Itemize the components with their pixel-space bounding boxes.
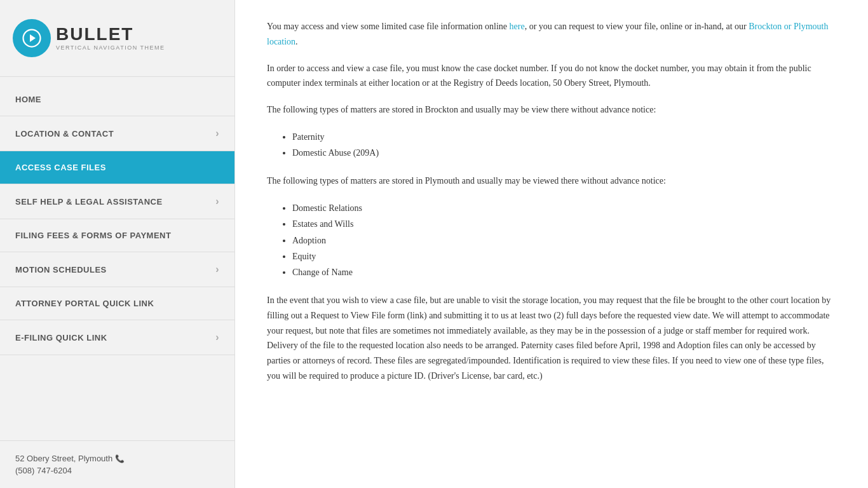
- list-item: Estates and Wills: [292, 216, 836, 232]
- chevron-right-icon-4: ›: [215, 332, 219, 343]
- logo-text: BULLET VERTICAL NAVIGATION THEME: [56, 25, 165, 51]
- para3: The following types of matters are store…: [267, 102, 836, 118]
- chevron-right-icon-3: ›: [215, 264, 219, 275]
- main-content: You may access and view some limited cas…: [235, 0, 868, 488]
- chevron-right-icon: ›: [215, 128, 219, 139]
- brockton-list: Paternity Domestic Abuse (209A): [292, 129, 836, 161]
- para4: The following types of matters are store…: [267, 173, 836, 189]
- sidebar-item-attorney[interactable]: ATTORNEY PORTAL QUICK LINK: [0, 287, 234, 320]
- footer-address-text: 52 Obery Street, Plymouth: [15, 454, 112, 463]
- sidebar-nav: HOME LOCATION & CONTACT › ACCESS CASE FI…: [0, 83, 234, 355]
- footer-phone: (508) 747-6204: [15, 466, 219, 475]
- para2: In order to access and view a case file,…: [267, 61, 836, 92]
- footer-address: 52 Obery Street, Plymouth 📞: [15, 454, 219, 463]
- sidebar-item-self-help-label: SELF HELP & LEGAL ASSISTANCE: [15, 197, 163, 207]
- svg-marker-1: [30, 34, 36, 42]
- list-item: Paternity: [292, 129, 836, 145]
- list-item: Equity: [292, 248, 836, 264]
- sidebar-item-motion-label: MOTION SCHEDULES: [15, 265, 107, 274]
- intro-paragraph-1: You may access and view some limited cas…: [267, 19, 836, 50]
- sidebar-item-filing-fees[interactable]: FILING FEES & FORMS OF PAYMENT: [0, 219, 234, 252]
- sidebar-item-attorney-label: ATTORNEY PORTAL QUICK LINK: [15, 299, 154, 308]
- sidebar-item-efiling[interactable]: E-FILING QUICK LINK ›: [0, 320, 234, 355]
- sidebar-item-access-case-files[interactable]: ACCESS CASE FILES: [0, 151, 234, 184]
- plymouth-list: Domestic Relations Estates and Wills Ado…: [292, 200, 836, 280]
- sidebar-item-location[interactable]: LOCATION & CONTACT ›: [0, 116, 234, 151]
- here-link[interactable]: here: [510, 22, 525, 31]
- sidebar-item-home[interactable]: HOME: [0, 83, 234, 116]
- sidebar-item-location-label: LOCATION & CONTACT: [15, 129, 114, 139]
- list-item: Domestic Relations: [292, 200, 836, 216]
- sidebar-item-self-help[interactable]: SELF HELP & LEGAL ASSISTANCE ›: [0, 184, 234, 219]
- logo-icon: [13, 19, 51, 57]
- list-item: Adoption: [292, 233, 836, 248]
- logo-subtitle: VERTICAL NAVIGATION THEME: [56, 44, 165, 51]
- sidebar-footer: 52 Obery Street, Plymouth 📞 (508) 747-62…: [0, 440, 234, 488]
- para5: In the event that you wish to view a cas…: [267, 293, 836, 384]
- intro1-end: .: [295, 37, 298, 46]
- list-item: Change of Name: [292, 264, 836, 280]
- sidebar-item-filing-label: FILING FEES & FORMS OF PAYMENT: [15, 231, 171, 240]
- intro1-rest: , or you can request to view your file, …: [525, 22, 749, 31]
- sidebar-item-home-label: HOME: [15, 95, 41, 104]
- sidebar: BULLET VERTICAL NAVIGATION THEME HOME LO…: [0, 0, 235, 488]
- list-item: Domestic Abuse (209A): [292, 145, 836, 161]
- chevron-right-icon-2: ›: [215, 196, 219, 207]
- sidebar-item-motion[interactable]: MOTION SCHEDULES ›: [0, 252, 234, 287]
- logo-area: BULLET VERTICAL NAVIGATION THEME: [0, 0, 234, 70]
- sidebar-item-access-label: ACCESS CASE FILES: [15, 163, 106, 172]
- logo-title: BULLET: [56, 25, 165, 43]
- sidebar-item-efiling-label: E-FILING QUICK LINK: [15, 333, 107, 342]
- intro1-text: You may access and view some limited cas…: [267, 22, 510, 31]
- phone-icon: 📞: [115, 454, 125, 463]
